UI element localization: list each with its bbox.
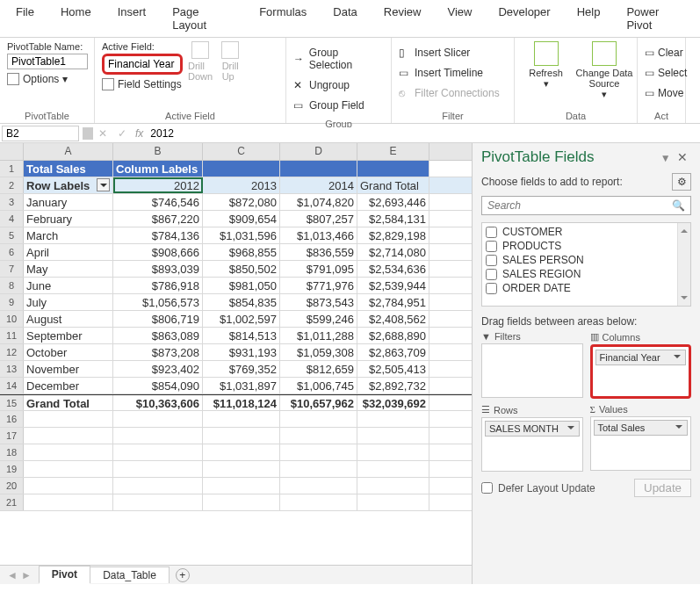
chip-financial-year[interactable]: Financial Year (595, 350, 687, 365)
cancel-icon[interactable]: ✕ (93, 127, 112, 140)
defer-layout-checkbox[interactable] (481, 482, 493, 494)
cell[interactable] (280, 411, 357, 427)
cell[interactable]: $807,257 (280, 211, 357, 227)
cell[interactable] (24, 428, 113, 444)
ungroup-button[interactable]: ✕Ungroup (293, 76, 384, 94)
cell[interactable]: November (24, 361, 113, 377)
name-box[interactable] (2, 126, 79, 141)
cell[interactable]: $599,246 (280, 311, 357, 327)
cell[interactable]: $10,363,606 (113, 395, 203, 410)
cell[interactable]: Column Labels (113, 161, 203, 177)
cell[interactable] (113, 428, 203, 444)
values-well[interactable]: Total Sales (590, 416, 692, 471)
row-header[interactable]: 6 (0, 244, 24, 260)
cell[interactable]: July (24, 294, 113, 310)
cell[interactable]: March (24, 227, 113, 243)
cell[interactable]: $2,892,732 (357, 378, 429, 393)
cell[interactable]: December (24, 378, 113, 393)
formula-input[interactable] (147, 127, 698, 140)
cell[interactable]: $836,559 (280, 244, 357, 260)
tab-nav-prev[interactable]: ◄ (7, 569, 18, 581)
cell[interactable]: $11,018,124 (203, 395, 280, 410)
filters-well[interactable] (481, 343, 583, 398)
field-checkbox[interactable] (486, 241, 497, 252)
dropdown-icon[interactable] (97, 178, 110, 191)
cell[interactable]: $872,080 (203, 194, 280, 210)
field-list[interactable]: CUSTOMERPRODUCTSSALES PERSONSALES REGION… (481, 222, 691, 307)
col-header-a[interactable]: A (24, 143, 113, 160)
pivottable-name-input[interactable] (7, 54, 88, 69)
cell[interactable]: $784,136 (113, 227, 203, 243)
cell[interactable]: $931,193 (203, 344, 280, 360)
clear-button[interactable]: ▭Clear (645, 44, 678, 61)
cell[interactable] (203, 161, 280, 177)
menu-item-formulas[interactable]: Formulas (254, 4, 312, 33)
cell[interactable]: $908,666 (113, 244, 203, 260)
col-header-d[interactable]: D (280, 143, 357, 160)
field-products[interactable]: PRODUCTS (484, 239, 689, 253)
chevron-down-icon[interactable] (673, 353, 682, 362)
field-sales-person[interactable]: SALES PERSON (484, 253, 689, 267)
search-box[interactable]: 🔍 (481, 196, 691, 215)
field-checkbox[interactable] (486, 255, 497, 266)
menu-item-home[interactable]: Home (55, 4, 97, 33)
cell[interactable] (280, 444, 357, 460)
cell[interactable]: Grand Total (357, 177, 429, 193)
cell[interactable] (113, 411, 203, 427)
menu-item-data[interactable]: Data (328, 4, 362, 33)
chevron-down-icon[interactable] (566, 424, 575, 433)
row-header[interactable]: 17 (0, 428, 24, 444)
cell[interactable]: $1,006,745 (280, 378, 357, 393)
row-header[interactable]: 3 (0, 194, 24, 210)
close-icon[interactable]: ✕ (674, 150, 691, 164)
row-header[interactable]: 11 (0, 328, 24, 343)
insert-slicer-button[interactable]: ▯Insert Slicer (399, 44, 507, 61)
cell[interactable]: $909,654 (203, 211, 280, 227)
select-all-corner[interactable] (0, 143, 24, 160)
cell[interactable] (280, 428, 357, 444)
row-header[interactable]: 5 (0, 227, 24, 243)
cell[interactable]: $1,013,466 (280, 227, 357, 243)
cell[interactable]: $867,220 (113, 211, 203, 227)
cell[interactable]: $2,408,562 (357, 311, 429, 327)
cell[interactable]: $791,095 (280, 261, 357, 277)
cell[interactable]: $1,002,597 (203, 311, 280, 327)
row-header[interactable]: 19 (0, 461, 24, 477)
cell[interactable]: $1,011,288 (280, 328, 357, 343)
cell[interactable] (113, 478, 203, 494)
menu-item-view[interactable]: View (442, 4, 477, 33)
menu-item-help[interactable]: Help (572, 4, 606, 33)
cell[interactable] (280, 461, 357, 477)
row-header[interactable]: 2 (0, 177, 24, 193)
field-sales-region[interactable]: SALES REGION (484, 267, 689, 281)
cell[interactable]: May (24, 261, 113, 277)
cell[interactable]: $32,039,692 (357, 395, 429, 410)
field-order-date[interactable]: ORDER DATE (484, 281, 689, 295)
chevron-down-icon[interactable] (675, 423, 683, 432)
menu-item-developer[interactable]: Developer (493, 4, 555, 33)
search-input[interactable] (482, 197, 667, 214)
cell[interactable]: $850,502 (203, 261, 280, 277)
cell[interactable]: $771,976 (280, 278, 357, 293)
chip-total-sales[interactable]: Total Sales (594, 420, 689, 436)
new-sheet-button[interactable]: + (176, 568, 190, 582)
cell[interactable] (280, 478, 357, 494)
row-header[interactable]: 18 (0, 444, 24, 460)
row-header[interactable]: 1 (0, 161, 24, 177)
cell[interactable]: September (24, 328, 113, 343)
cell[interactable]: $2,863,709 (357, 344, 429, 360)
cell[interactable]: $1,031,596 (203, 227, 280, 243)
field-settings-button[interactable]: Field Settings (102, 78, 183, 90)
cell[interactable] (24, 494, 113, 510)
cell[interactable] (357, 428, 429, 444)
cell[interactable]: April (24, 244, 113, 260)
cell[interactable] (203, 478, 280, 494)
menu-item-page-layout[interactable]: Page Layout (167, 4, 238, 33)
cell[interactable] (357, 494, 429, 510)
cell[interactable]: $854,835 (203, 294, 280, 310)
cell[interactable]: $854,090 (113, 378, 203, 393)
cell[interactable]: $873,543 (280, 294, 357, 310)
col-header-c[interactable]: C (203, 143, 280, 160)
col-header-e[interactable]: E (357, 143, 429, 160)
cell[interactable]: $812,659 (280, 361, 357, 377)
